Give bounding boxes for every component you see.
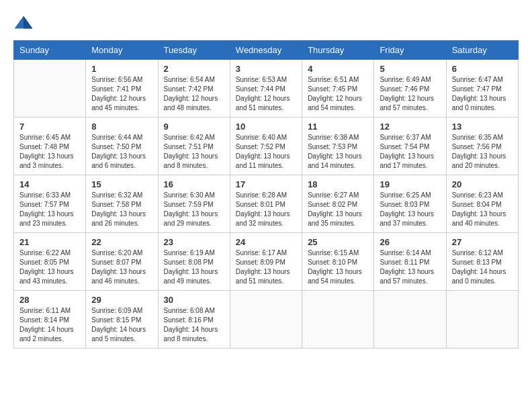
weekday-header-tuesday: Tuesday <box>158 41 230 60</box>
day-number: 26 <box>380 237 440 247</box>
day-info: Sunrise: 6:40 AM Sunset: 7:52 PM Dayligh… <box>236 133 296 171</box>
day-info: Sunrise: 6:15 AM Sunset: 8:10 PM Dayligh… <box>308 248 368 286</box>
day-number: 24 <box>236 237 296 247</box>
day-number: 11 <box>308 122 368 132</box>
weekday-header-saturday: Saturday <box>446 41 518 60</box>
calendar-cell: 2Sunrise: 6:54 AM Sunset: 7:42 PM Daylig… <box>158 60 230 118</box>
calendar-cell: 21Sunrise: 6:22 AM Sunset: 8:05 PM Dayli… <box>14 233 86 291</box>
calendar-cell <box>230 291 302 349</box>
calendar-cell: 25Sunrise: 6:15 AM Sunset: 8:10 PM Dayli… <box>302 233 374 291</box>
calendar-cell: 12Sunrise: 6:37 AM Sunset: 7:54 PM Dayli… <box>374 118 446 175</box>
calendar-cell: 29Sunrise: 6:09 AM Sunset: 8:15 PM Dayli… <box>86 291 158 349</box>
calendar-cell: 18Sunrise: 6:27 AM Sunset: 8:02 PM Dayli… <box>302 175 374 233</box>
calendar-cell: 11Sunrise: 6:38 AM Sunset: 7:53 PM Dayli… <box>302 118 374 175</box>
calendar-cell <box>14 60 86 118</box>
calendar-cell: 9Sunrise: 6:42 AM Sunset: 7:51 PM Daylig… <box>158 118 230 175</box>
day-info: Sunrise: 6:37 AM Sunset: 7:54 PM Dayligh… <box>380 133 440 171</box>
day-number: 15 <box>91 179 152 189</box>
day-info: Sunrise: 6:45 AM Sunset: 7:48 PM Dayligh… <box>19 133 80 171</box>
calendar-week-row: 1Sunrise: 6:56 AM Sunset: 7:41 PM Daylig… <box>14 60 519 118</box>
day-info: Sunrise: 6:11 AM Sunset: 8:14 PM Dayligh… <box>19 306 80 344</box>
day-info: Sunrise: 6:35 AM Sunset: 7:56 PM Dayligh… <box>452 133 513 171</box>
calendar-cell: 22Sunrise: 6:20 AM Sunset: 8:07 PM Dayli… <box>86 233 158 291</box>
day-number: 19 <box>380 179 440 189</box>
day-number: 22 <box>91 237 152 247</box>
day-number: 28 <box>19 295 80 305</box>
calendar-table: SundayMondayTuesdayWednesdayThursdayFrid… <box>13 40 519 349</box>
day-number: 21 <box>19 237 80 247</box>
svg-marker-1 <box>24 16 33 29</box>
calendar-cell: 6Sunrise: 6:47 AM Sunset: 7:47 PM Daylig… <box>446 60 518 118</box>
calendar-cell <box>374 291 446 349</box>
day-info: Sunrise: 6:33 AM Sunset: 7:57 PM Dayligh… <box>19 191 80 228</box>
day-number: 14 <box>19 179 80 189</box>
day-info: Sunrise: 6:47 AM Sunset: 7:47 PM Dayligh… <box>452 75 513 113</box>
day-number: 8 <box>91 122 152 132</box>
weekday-header-thursday: Thursday <box>302 41 374 60</box>
calendar-week-row: 7Sunrise: 6:45 AM Sunset: 7:48 PM Daylig… <box>14 118 519 175</box>
day-info: Sunrise: 6:09 AM Sunset: 8:15 PM Dayligh… <box>91 306 152 344</box>
calendar-cell: 19Sunrise: 6:25 AM Sunset: 8:03 PM Dayli… <box>374 175 446 233</box>
weekday-header-friday: Friday <box>374 41 446 60</box>
day-number: 5 <box>380 64 440 74</box>
calendar-cell: 8Sunrise: 6:44 AM Sunset: 7:50 PM Daylig… <box>86 118 158 175</box>
calendar-cell <box>446 291 518 349</box>
day-info: Sunrise: 6:49 AM Sunset: 7:46 PM Dayligh… <box>380 75 440 113</box>
day-info: Sunrise: 6:25 AM Sunset: 8:03 PM Dayligh… <box>380 191 440 228</box>
day-number: 29 <box>91 295 152 305</box>
calendar-cell: 4Sunrise: 6:51 AM Sunset: 7:45 PM Daylig… <box>302 60 374 118</box>
day-info: Sunrise: 6:56 AM Sunset: 7:41 PM Dayligh… <box>91 75 152 113</box>
day-number: 27 <box>452 237 513 247</box>
day-number: 3 <box>236 64 296 74</box>
day-info: Sunrise: 6:32 AM Sunset: 7:58 PM Dayligh… <box>91 191 152 228</box>
calendar-cell: 20Sunrise: 6:23 AM Sunset: 8:04 PM Dayli… <box>446 175 518 233</box>
day-number: 17 <box>236 179 296 189</box>
calendar-cell: 14Sunrise: 6:33 AM Sunset: 7:57 PM Dayli… <box>14 175 86 233</box>
day-number: 9 <box>164 122 224 132</box>
calendar-cell: 10Sunrise: 6:40 AM Sunset: 7:52 PM Dayli… <box>230 118 302 175</box>
calendar-cell: 16Sunrise: 6:30 AM Sunset: 7:59 PM Dayli… <box>158 175 230 233</box>
calendar-cell: 28Sunrise: 6:11 AM Sunset: 8:14 PM Dayli… <box>14 291 86 349</box>
day-info: Sunrise: 6:27 AM Sunset: 8:02 PM Dayligh… <box>308 191 368 228</box>
weekday-header-wednesday: Wednesday <box>230 41 302 60</box>
weekday-header-row: SundayMondayTuesdayWednesdayThursdayFrid… <box>14 41 519 60</box>
day-info: Sunrise: 6:42 AM Sunset: 7:51 PM Dayligh… <box>164 133 224 171</box>
day-info: Sunrise: 6:17 AM Sunset: 8:09 PM Dayligh… <box>236 248 296 286</box>
day-info: Sunrise: 6:51 AM Sunset: 7:45 PM Dayligh… <box>308 75 368 113</box>
page-header <box>13 13 519 34</box>
day-info: Sunrise: 6:19 AM Sunset: 8:08 PM Dayligh… <box>164 248 224 286</box>
day-info: Sunrise: 6:53 AM Sunset: 7:44 PM Dayligh… <box>236 75 296 113</box>
day-number: 1 <box>91 64 152 74</box>
day-number: 18 <box>308 179 368 189</box>
calendar-cell: 26Sunrise: 6:14 AM Sunset: 8:11 PM Dayli… <box>374 233 446 291</box>
calendar-week-row: 14Sunrise: 6:33 AM Sunset: 7:57 PM Dayli… <box>14 175 519 233</box>
day-number: 16 <box>164 179 224 189</box>
logo-icon <box>13 13 34 34</box>
calendar-week-row: 28Sunrise: 6:11 AM Sunset: 8:14 PM Dayli… <box>14 291 519 349</box>
day-info: Sunrise: 6:23 AM Sunset: 8:04 PM Dayligh… <box>452 191 513 228</box>
weekday-header-sunday: Sunday <box>14 41 86 60</box>
calendar-cell <box>302 291 374 349</box>
day-number: 25 <box>308 237 368 247</box>
calendar-cell: 5Sunrise: 6:49 AM Sunset: 7:46 PM Daylig… <box>374 60 446 118</box>
calendar-cell: 30Sunrise: 6:08 AM Sunset: 8:16 PM Dayli… <box>158 291 230 349</box>
calendar-cell: 1Sunrise: 6:56 AM Sunset: 7:41 PM Daylig… <box>86 60 158 118</box>
calendar-cell: 27Sunrise: 6:12 AM Sunset: 8:13 PM Dayli… <box>446 233 518 291</box>
day-info: Sunrise: 6:38 AM Sunset: 7:53 PM Dayligh… <box>308 133 368 171</box>
day-number: 23 <box>164 237 224 247</box>
day-number: 30 <box>164 295 224 305</box>
logo <box>13 13 36 34</box>
day-info: Sunrise: 6:14 AM Sunset: 8:11 PM Dayligh… <box>380 248 440 286</box>
calendar-week-row: 21Sunrise: 6:22 AM Sunset: 8:05 PM Dayli… <box>14 233 519 291</box>
day-info: Sunrise: 6:44 AM Sunset: 7:50 PM Dayligh… <box>91 133 152 171</box>
day-number: 12 <box>380 122 440 132</box>
day-info: Sunrise: 6:12 AM Sunset: 8:13 PM Dayligh… <box>452 248 513 286</box>
day-number: 10 <box>236 122 296 132</box>
weekday-header-monday: Monday <box>86 41 158 60</box>
calendar-cell: 15Sunrise: 6:32 AM Sunset: 7:58 PM Dayli… <box>86 175 158 233</box>
day-number: 6 <box>452 64 513 74</box>
day-info: Sunrise: 6:20 AM Sunset: 8:07 PM Dayligh… <box>91 248 152 286</box>
day-info: Sunrise: 6:30 AM Sunset: 7:59 PM Dayligh… <box>164 191 224 228</box>
day-info: Sunrise: 6:08 AM Sunset: 8:16 PM Dayligh… <box>164 306 224 344</box>
calendar-cell: 24Sunrise: 6:17 AM Sunset: 8:09 PM Dayli… <box>230 233 302 291</box>
